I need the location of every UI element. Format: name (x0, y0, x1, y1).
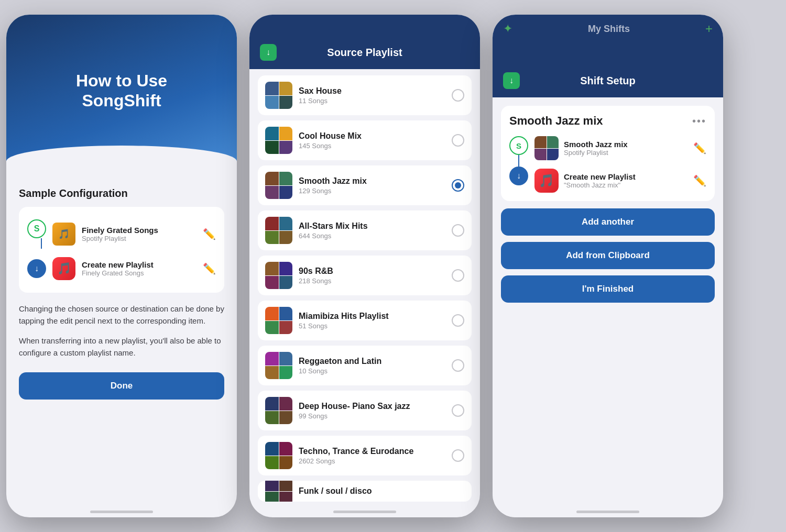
edit-source-icon[interactable]: ✏️ (693, 142, 706, 154)
bg-app-bar: ✦ My Shifts + (493, 15, 723, 43)
playlist-info: Cool House Mix 145 Songs (299, 131, 445, 150)
screen3-body: Smooth Jazz mix ••• S ↓ (493, 97, 723, 317)
home-indicator (90, 511, 153, 513)
playlist-radio[interactable] (452, 89, 464, 102)
playlist-count: 2602 Songs (299, 457, 445, 465)
screen2-header: ↓ Source Playlist (249, 15, 480, 69)
shift-dest-sub: "Smooth Jazz mix" (564, 181, 688, 189)
more-options-icon[interactable]: ••• (692, 115, 706, 127)
config-source-item: S 🎵 Finely Grated Songs Spotify Playlist… (27, 215, 216, 253)
config-dest-subtitle: Finely Grated Songs (82, 269, 196, 277)
thumb-quad (265, 352, 279, 365)
playlist-count: 10 Songs (299, 367, 445, 375)
download-badge: ↓ (509, 167, 528, 185)
list-item[interactable]: Smooth Jazz mix 129 Songs (258, 165, 472, 205)
thumb-quad (279, 492, 293, 502)
bg-title: My Shifts (588, 24, 630, 35)
playlist-count: 145 Songs (299, 142, 445, 150)
playlist-name: 90s R&B (299, 267, 445, 276)
list-item[interactable]: Miamibiza Hits Playlist 51 Songs (258, 301, 472, 340)
thumb-quad (279, 481, 293, 491)
home-indicator (576, 511, 639, 513)
screen1-header: How to UseSongShift (6, 15, 237, 177)
edit-pencil-icon[interactable]: ✏️ (203, 228, 216, 240)
playlist-radio[interactable] (452, 359, 464, 372)
playlist-radio[interactable] (452, 449, 464, 462)
thumb-quad (279, 411, 293, 425)
shift-source-item: Smooth Jazz mix Spotify Playlist ✏️ (534, 136, 706, 160)
playlist-info: Smooth Jazz mix 129 Songs (299, 176, 445, 195)
thumb-quad (279, 442, 293, 456)
playlist-radio[interactable] (452, 269, 464, 282)
music-app-icon: 🎵 (52, 257, 75, 280)
add-another-button[interactable]: Add another (501, 208, 715, 236)
list-item[interactable]: All-Stars Mix Hits 644 Songs (258, 210, 472, 250)
config-dest-text: Create new Playlist Finely Grated Songs (82, 260, 196, 277)
playlist-count: 51 Songs (299, 322, 445, 330)
playlist-thumb (265, 397, 292, 424)
finished-button[interactable]: I'm Finished (501, 275, 715, 303)
list-item[interactable]: Funk / soul / disco (258, 481, 472, 502)
download-icon-circle: ↓ (27, 259, 46, 278)
shift-card-header: Smooth Jazz mix ••• (509, 114, 706, 128)
shift-dest-item: 🎵 Create new Playlist "Smooth Jazz mix" … (534, 169, 706, 193)
list-item[interactable]: 90s R&B 218 Songs (258, 256, 472, 295)
list-item[interactable]: Techno, Trance & Eurodance 2602 Songs (258, 436, 472, 475)
config-card: S 🎵 Finely Grated Songs Spotify Playlist… (19, 207, 224, 293)
playlist-name: Cool House Mix (299, 131, 445, 141)
thumb-quad (279, 352, 293, 365)
thumb-quad (265, 96, 279, 109)
playlist-info: Deep House- Piano Sax jazz 99 Songs (299, 402, 445, 420)
screen3-title: Shift Setup (526, 75, 690, 87)
shift-quad (547, 149, 559, 161)
shift-dest-name: Create new Playlist (564, 172, 688, 181)
shift-card: Smooth Jazz mix ••• S ↓ (501, 106, 715, 201)
thumb-quad (265, 411, 279, 425)
screen1-wave (6, 146, 237, 177)
playlist-count: 99 Songs (299, 412, 445, 420)
playlist-info: 90s R&B 218 Songs (299, 267, 445, 285)
add-icon[interactable]: + (705, 21, 713, 36)
screen1-body: Sample Configuration S 🎵 Finely Grated S… (6, 177, 237, 410)
spotify-badge: S (509, 136, 528, 155)
screen3-header: ↓ Shift Setup (493, 43, 723, 97)
thumb-quad (279, 127, 293, 140)
thumb-quad (265, 481, 279, 491)
thumb-quad (279, 172, 293, 185)
playlist-count: 11 Songs (299, 97, 445, 105)
thumb-quad (265, 141, 279, 154)
screens-container: How to UseSongShift Sample Configuration… (0, 0, 786, 532)
edit-pencil-icon-dest[interactable]: ✏️ (203, 262, 216, 275)
shift-source-text: Smooth Jazz mix Spotify Playlist (564, 140, 688, 157)
list-item[interactable]: Sax House 11 Songs (258, 75, 472, 115)
thumb-quad (265, 307, 279, 320)
add-clipboard-button[interactable]: Add from Clipboard (501, 242, 715, 269)
home-indicator (333, 511, 396, 513)
thumb-quad (279, 141, 293, 154)
playlist-radio-selected[interactable] (452, 179, 464, 192)
playlist-name: Techno, Trance & Eurodance (299, 447, 445, 456)
playlist-thumb (265, 172, 292, 199)
thumb-quad (279, 307, 293, 320)
list-item[interactable]: Reggaeton and Latin 10 Songs (258, 346, 472, 385)
list-item[interactable]: Cool House Mix 145 Songs (258, 120, 472, 160)
edit-dest-icon[interactable]: ✏️ (693, 174, 706, 187)
playlist-radio[interactable] (452, 314, 464, 327)
playlist-radio[interactable] (452, 224, 464, 237)
playlist-info: Reggaeton and Latin 10 Songs (299, 357, 445, 375)
thumb-quad (265, 456, 279, 470)
playlist-radio[interactable] (452, 404, 464, 417)
done-button[interactable]: Done (19, 372, 224, 400)
playlist-info: Funk / soul / disco (299, 486, 464, 496)
playlist-radio[interactable] (452, 134, 464, 147)
list-item[interactable]: Deep House- Piano Sax jazz 99 Songs (258, 391, 472, 430)
shift-card-title: Smooth Jazz mix (509, 114, 603, 128)
thumb-quad (265, 217, 279, 230)
playlist-count: 644 Songs (299, 232, 445, 240)
thumb-quad (265, 397, 279, 411)
thumb-quad (265, 492, 279, 502)
thumb-quad (279, 262, 293, 275)
shift-quad (547, 136, 559, 148)
config-source-subtitle: Spotify Playlist (82, 235, 196, 242)
playlist-thumb (265, 352, 292, 379)
